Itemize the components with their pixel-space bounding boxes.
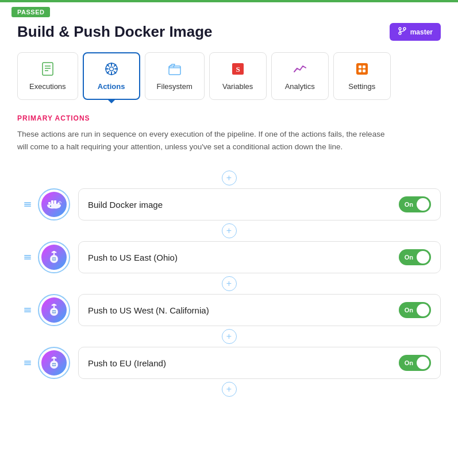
action-row-1: Build Docker image On [17,187,441,222]
toggle-knob-3 [417,304,429,316]
svg-line-14 [107,65,109,67]
svg-rect-24 [359,69,361,72]
action-icon-3 [38,294,70,326]
svg-rect-23 [363,65,365,68]
settings-icon [355,61,370,79]
tab-filesystem[interactable]: Filesystem [145,52,205,100]
add-btn-row-3: + [222,328,237,345]
tabs-container: Executions Actions [17,52,441,100]
svg-rect-41 [24,308,31,309]
variables-icon: S [230,61,245,79]
add-btn-row-1: + [222,223,237,239]
svg-rect-4 [43,63,53,75]
drag-handle-2[interactable] [17,240,38,274]
tab-executions[interactable]: Executions [17,52,78,100]
actions-icon [104,61,119,79]
tab-settings-label: Settings [348,82,375,91]
add-action-button-4[interactable]: + [222,382,237,397]
tab-executions-label: Executions [29,82,66,91]
action-name-1: Build Docker image [88,200,163,210]
svg-rect-47 [24,362,31,363]
svg-rect-21 [356,63,368,75]
page-header: Build & Push Docker Image master [17,23,441,41]
analytics-icon [292,61,307,79]
toggle-4[interactable]: On [399,355,431,371]
svg-rect-29 [48,202,51,204]
add-btn-row-0: + [222,170,237,186]
toggle-knob-1 [417,198,429,211]
svg-point-34 [57,203,60,204]
svg-point-9 [109,67,113,71]
svg-rect-48 [24,364,31,365]
add-action-button-0[interactable]: + [222,171,237,185]
svg-point-2 [399,32,401,34]
svg-point-0 [399,28,401,30]
primary-actions-desc: These actions are run in sequence on eve… [17,128,391,153]
svg-line-15 [114,72,116,73]
primary-actions-label: PRIMARY ACTIONS [17,114,441,122]
action-card-1[interactable]: Build Docker image On [78,188,441,220]
svg-rect-42 [24,309,31,311]
executions-icon [40,61,55,79]
toggle-label-3: On [405,307,413,314]
svg-rect-27 [24,204,31,205]
action-row-4: Push to EU (Ireland) On [17,346,441,380]
svg-point-35 [50,206,51,207]
toggle-1[interactable]: On [399,196,431,212]
page-title: Build & Push Docker Image [17,23,213,41]
tab-analytics[interactable]: Analytics [271,52,329,100]
svg-line-16 [114,65,116,67]
add-action-button-1[interactable]: + [222,223,237,238]
branch-label: master [410,28,433,36]
drag-handle-1[interactable] [17,187,38,222]
tab-variables[interactable]: S Variables [209,52,267,100]
passed-badge: PASSED [11,7,50,17]
branch-badge[interactable]: master [390,23,441,41]
svg-rect-32 [51,200,53,202]
add-btn-row-2: + [222,276,237,292]
tab-settings[interactable]: Settings [333,52,391,100]
svg-rect-30 [51,202,53,204]
toggle-knob-4 [417,357,429,369]
svg-rect-46 [24,361,31,362]
action-card-3[interactable]: Push to US West (N. California) On [78,294,441,326]
toggle-knob-2 [417,251,429,264]
svg-rect-22 [359,65,361,68]
tab-actions-label: Actions [98,82,125,91]
svg-rect-26 [24,202,31,203]
add-action-button-2[interactable]: + [222,276,237,291]
branch-icon [398,26,407,37]
action-row-2: Push to US East (Ohio) On [17,240,441,274]
tab-actions[interactable]: Actions [83,52,140,100]
svg-line-17 [107,72,109,73]
toggle-label-2: On [405,254,413,261]
svg-text:S: S [236,65,240,73]
svg-rect-43 [24,311,31,312]
action-row-3: Push to US West (N. California) On [17,293,441,327]
svg-rect-33 [54,200,56,202]
action-icon-1 [38,188,70,220]
action-card-2[interactable]: Push to US East (Ohio) On [78,241,441,273]
toggle-2[interactable]: On [399,249,431,265]
action-card-4[interactable]: Push to EU (Ireland) On [78,347,441,379]
svg-point-1 [403,28,406,30]
toggle-label-1: On [405,201,413,208]
svg-rect-25 [363,69,365,72]
toggle-label-4: On [405,359,413,366]
action-name-3: Push to US West (N. California) [88,305,209,315]
tab-variables-label: Variables [222,82,253,91]
toggle-3[interactable]: On [399,302,431,318]
svg-rect-38 [24,258,31,260]
svg-rect-37 [24,257,31,258]
add-action-button-3[interactable]: + [222,329,237,344]
top-progress-bar [0,0,458,2]
action-name-2: Push to US East (Ohio) [88,253,178,262]
svg-rect-31 [54,202,56,204]
svg-rect-36 [24,255,31,256]
actions-list: + [17,169,441,398]
drag-handle-3[interactable] [17,293,38,327]
tab-filesystem-label: Filesystem [157,82,193,91]
drag-handle-4[interactable] [17,346,38,380]
action-icon-2 [38,241,70,273]
tab-analytics-label: Analytics [285,82,315,91]
